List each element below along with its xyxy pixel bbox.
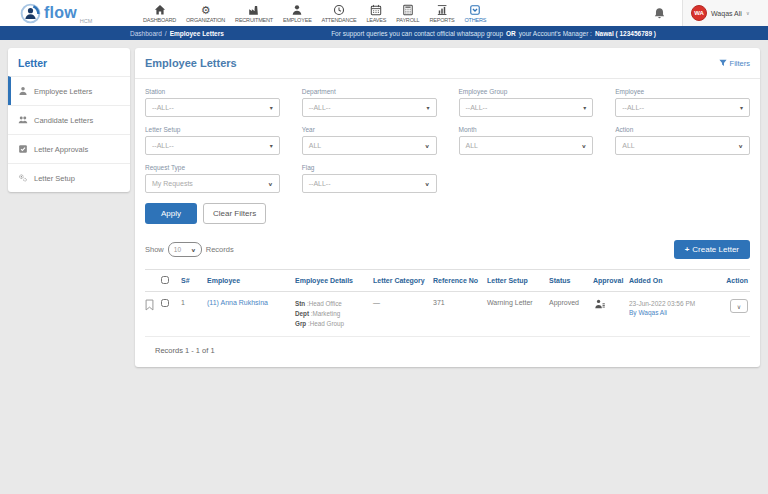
filter-request-type: Request Type My Requests∨ bbox=[145, 164, 280, 193]
caret-down-icon: ▾ bbox=[740, 104, 743, 111]
user-menu[interactable]: WA Waqas Ali ∨ bbox=[682, 0, 768, 26]
table-row: 1 (11) Anna Rukhsina Stn :Head Office De… bbox=[145, 292, 750, 337]
letter-setup-select[interactable]: --ALL--▾ bbox=[145, 136, 280, 155]
plus-icon: + bbox=[685, 245, 690, 254]
list-controls: Show 10∨ Records + Create Letter bbox=[135, 224, 760, 259]
records-label: Records bbox=[206, 245, 234, 254]
filter-action: Action ALL∨ bbox=[615, 126, 750, 155]
filter-month: Month ALL∨ bbox=[459, 126, 594, 155]
breadcrumb-dashboard[interactable]: Dashboard bbox=[130, 30, 162, 37]
department-select[interactable]: --ALL--▾ bbox=[302, 98, 437, 117]
chevron-down-icon: ∨ bbox=[191, 246, 196, 252]
cogs-icon bbox=[18, 173, 28, 183]
caret-down-icon: ▾ bbox=[270, 104, 273, 111]
nav-dashboard[interactable]: DASHBOARD bbox=[138, 0, 181, 26]
filters-toggle[interactable]: Filters bbox=[719, 59, 750, 68]
employee-details: Stn :Head Office Dept :Marketing Grp :He… bbox=[295, 299, 373, 328]
serial-number: 1 bbox=[181, 299, 207, 306]
flowhcm-logo-icon bbox=[20, 3, 41, 24]
caret-down-icon: ▾ bbox=[583, 104, 586, 111]
clock-icon bbox=[333, 4, 345, 16]
filter-flag: Flag --ALL--∨ bbox=[302, 164, 437, 193]
filter-department: Department --ALL--▾ bbox=[302, 88, 437, 117]
user-icon bbox=[18, 86, 28, 96]
page-size-select[interactable]: 10∨ bbox=[168, 242, 202, 257]
row-action-button[interactable]: ∨ bbox=[730, 299, 748, 313]
sidebar-item-letter-approvals[interactable]: Letter Approvals bbox=[8, 134, 130, 163]
sidebar-title: Letter bbox=[8, 48, 130, 76]
bookmark-icon[interactable] bbox=[145, 299, 154, 311]
notifications-bell-icon[interactable] bbox=[653, 7, 666, 20]
brand-name: flow bbox=[44, 5, 77, 21]
letter-setup-value: Warning Letter bbox=[487, 299, 549, 306]
filter-station: Station --ALL--▾ bbox=[145, 88, 280, 117]
app-logo[interactable]: flow HCM bbox=[0, 0, 138, 26]
users-icon bbox=[18, 115, 28, 125]
nav-others[interactable]: OTHERS bbox=[460, 0, 492, 26]
nav-payroll[interactable]: PAYROLL bbox=[391, 0, 424, 26]
employee-group-select[interactable]: --ALL--▾ bbox=[459, 98, 594, 117]
filters-grid: Station --ALL--▾ Department --ALL--▾ Emp… bbox=[135, 79, 760, 193]
approval-hierarchy-icon[interactable] bbox=[593, 299, 606, 310]
letter-category: — bbox=[373, 299, 433, 306]
sidebar-item-candidate-letters[interactable]: Candidate Letters bbox=[8, 105, 130, 134]
nav-organization[interactable]: ⚙ ORGANIZATION bbox=[181, 0, 230, 26]
factory-icon bbox=[248, 4, 260, 16]
year-select[interactable]: ALL∨ bbox=[302, 136, 437, 155]
topbar-right: WA Waqas Ali ∨ bbox=[653, 0, 768, 26]
panel-header: Employee Letters Filters bbox=[135, 48, 760, 79]
employee-select[interactable]: --ALL--▾ bbox=[615, 98, 750, 117]
nav-recruitment[interactable]: RECRUITMENT bbox=[230, 0, 278, 26]
page-body: Letter Employee Letters Candidate Letter… bbox=[0, 40, 768, 367]
support-notice: For support queries you can contact offi… bbox=[331, 30, 656, 37]
reference-no: 371 bbox=[433, 299, 487, 306]
filter-letter-setup: Letter Setup --ALL--▾ bbox=[145, 126, 280, 155]
check-square-icon bbox=[18, 144, 28, 154]
request-type-select[interactable]: My Requests∨ bbox=[145, 174, 280, 193]
chevron-down-icon: ∨ bbox=[268, 180, 273, 186]
brand-suffix: HCM bbox=[80, 18, 93, 24]
gear-icon: ⚙ bbox=[200, 4, 212, 16]
page-title: Employee Letters bbox=[145, 57, 237, 69]
breadcrumb-current: Employee Letters bbox=[170, 30, 224, 37]
employee-link[interactable]: (11) Anna Rukhsina bbox=[207, 299, 268, 306]
chevron-down-icon: ∨ bbox=[737, 303, 741, 310]
bar-chart-icon bbox=[436, 4, 448, 16]
top-navbar: flow HCM DASHBOARD ⚙ ORGANIZATION RECRUI… bbox=[0, 0, 768, 26]
sidebar-item-employee-letters[interactable]: Employee Letters bbox=[8, 76, 130, 105]
caret-down-icon: ▾ bbox=[270, 142, 273, 149]
nav-employee[interactable]: EMPLOYEE bbox=[278, 0, 317, 26]
month-select[interactable]: ALL∨ bbox=[459, 136, 594, 155]
main-nav: DASHBOARD ⚙ ORGANIZATION RECRUITMENT EMP… bbox=[138, 0, 491, 26]
employee-letters-panel: Employee Letters Filters Station --ALL--… bbox=[135, 48, 760, 367]
home-icon bbox=[154, 4, 166, 16]
filter-employee-group: Employee Group --ALL--▾ bbox=[459, 88, 594, 117]
breadcrumb: Dashboard / Employee Letters bbox=[130, 30, 224, 37]
user-avatar: WA bbox=[691, 5, 707, 21]
sidebar-item-letter-setup[interactable]: Letter Setup bbox=[8, 163, 130, 192]
nav-reports[interactable]: REPORTS bbox=[424, 0, 459, 26]
funnel-icon bbox=[719, 59, 727, 67]
chevron-down-icon: ∨ bbox=[425, 180, 430, 186]
filter-actions: Apply Clear Filters bbox=[135, 193, 760, 224]
flag-select[interactable]: --ALL--∨ bbox=[302, 174, 437, 193]
apply-button[interactable]: Apply bbox=[145, 203, 197, 224]
letter-sidebar: Letter Employee Letters Candidate Letter… bbox=[8, 48, 130, 192]
select-all-checkbox[interactable] bbox=[161, 276, 169, 284]
person-icon bbox=[291, 4, 303, 16]
row-checkbox[interactable] bbox=[161, 299, 169, 307]
caret-down-icon: ▾ bbox=[426, 104, 429, 111]
nav-leaves[interactable]: LEAVES bbox=[361, 0, 391, 26]
others-box-icon bbox=[469, 4, 481, 16]
breadcrumb-separator: / bbox=[165, 30, 167, 37]
added-on: 23-Jun-2022 03:56 PM By Waqas Ali bbox=[629, 299, 719, 316]
filter-year: Year ALL∨ bbox=[302, 126, 437, 155]
added-by-link[interactable]: By Waqas Ali bbox=[629, 309, 667, 316]
chevron-down-icon: ∨ bbox=[581, 142, 586, 148]
clear-filters-button[interactable]: Clear Filters bbox=[203, 203, 266, 224]
station-select[interactable]: --ALL--▾ bbox=[145, 98, 280, 117]
create-letter-button[interactable]: + Create Letter bbox=[674, 240, 750, 259]
nav-attendance[interactable]: ATTENDANCE bbox=[317, 0, 362, 26]
action-select[interactable]: ALL∨ bbox=[615, 136, 750, 155]
records-count: Records 1 - 1 of 1 bbox=[145, 337, 750, 367]
